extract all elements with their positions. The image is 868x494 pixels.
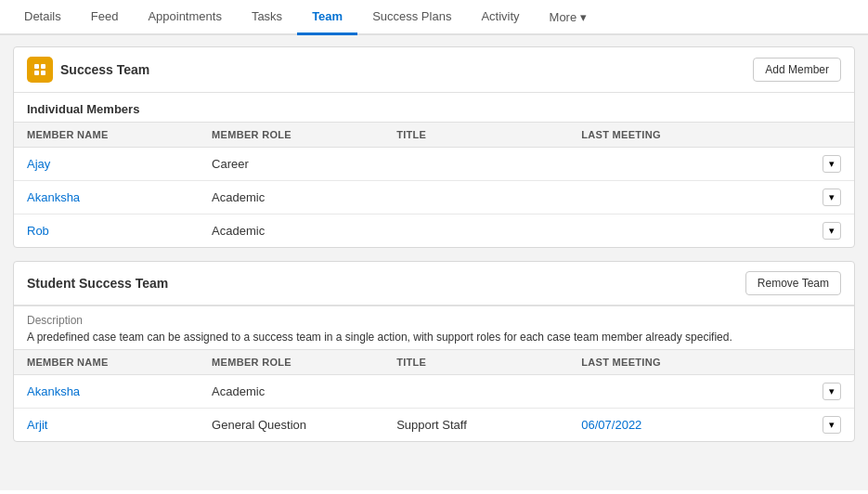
svg-rect-1 bbox=[41, 64, 45, 69]
team-member-title-cell: Support Staff bbox=[383, 409, 568, 442]
card-title-individual: Success Team bbox=[27, 57, 149, 83]
svg-rect-2 bbox=[34, 71, 39, 75]
tab-activity[interactable]: Activity bbox=[466, 0, 534, 35]
team-member-dropdown-btn-1[interactable]: ▾ bbox=[823, 416, 841, 434]
table-row: Akanksha Academic ▾ bbox=[14, 181, 854, 214]
team-member-action-cell: ▾ bbox=[770, 409, 854, 442]
add-member-button[interactable]: Add Member bbox=[753, 58, 841, 82]
member-role-cell: Academic bbox=[199, 214, 383, 248]
team-col-header-member-role: MEMBER ROLE bbox=[199, 350, 383, 375]
team-member-name-link-0[interactable]: Akanksha bbox=[27, 384, 80, 398]
col-header-last-meeting: LAST MEETING bbox=[568, 123, 770, 148]
member-name-link-0[interactable]: Ajay bbox=[27, 157, 50, 171]
chevron-down-icon: ▾ bbox=[580, 10, 587, 24]
col-header-title: TITLE bbox=[383, 123, 568, 148]
member-meeting-cell bbox=[568, 181, 770, 214]
individual-members-table: MEMBER NAME MEMBER ROLE TITLE LAST MEETI… bbox=[14, 122, 854, 247]
team-member-role-cell: Academic bbox=[199, 375, 383, 409]
member-title-cell bbox=[383, 181, 568, 214]
member-role-cell: Academic bbox=[199, 181, 383, 214]
table-row: Arjit General Question Support Staff 06/… bbox=[14, 409, 854, 442]
member-title-cell bbox=[383, 214, 568, 248]
member-action-cell: ▾ bbox=[770, 148, 854, 181]
tab-team[interactable]: Team bbox=[297, 0, 357, 35]
table-header-row: MEMBER NAME MEMBER ROLE TITLE LAST MEETI… bbox=[14, 123, 854, 148]
team-col-header-title: TITLE bbox=[383, 350, 568, 375]
tab-appointments[interactable]: Appointments bbox=[133, 0, 237, 35]
member-name-link-1[interactable]: Akanksha bbox=[27, 190, 80, 204]
member-dropdown-btn-0[interactable]: ▾ bbox=[823, 155, 841, 173]
team-table-header-row: MEMBER NAME MEMBER ROLE TITLE LAST MEETI… bbox=[14, 350, 854, 375]
team-member-meeting-cell bbox=[568, 375, 770, 409]
team-member-role-cell: General Question bbox=[199, 409, 383, 442]
col-header-action bbox=[770, 123, 854, 148]
member-dropdown-btn-1[interactable]: ▾ bbox=[823, 188, 841, 206]
main-content: Success Team Add Member Individual Membe… bbox=[0, 35, 868, 490]
table-row: Ajay Career ▾ bbox=[14, 148, 854, 181]
member-name-link-2[interactable]: Rob bbox=[27, 224, 49, 238]
description-label: Description bbox=[27, 314, 841, 327]
team-col-header-action bbox=[770, 350, 854, 375]
card-header-team: Student Success Team Remove Team bbox=[14, 262, 854, 306]
tab-success-plans[interactable]: Success Plans bbox=[357, 0, 466, 35]
team-col-header-last-meeting: LAST MEETING bbox=[568, 350, 770, 375]
tab-bar: Details Feed Appointments Tasks Team Suc… bbox=[0, 0, 868, 35]
col-header-member-name: MEMBER NAME bbox=[14, 123, 199, 148]
description-text: A predefined case team can be assigned t… bbox=[27, 329, 841, 345]
member-name-cell: Ajay bbox=[14, 148, 199, 181]
team-icon bbox=[27, 57, 53, 83]
card-title-team: Student Success Team bbox=[27, 276, 168, 291]
member-title-cell bbox=[383, 148, 568, 181]
individual-members-card: Success Team Add Member Individual Membe… bbox=[13, 46, 855, 248]
table-row: Rob Academic ▾ bbox=[14, 214, 854, 248]
member-name-cell: Rob bbox=[14, 214, 199, 248]
student-success-team-card: Student Success Team Remove Team Descrip… bbox=[13, 261, 855, 442]
col-header-member-role: MEMBER ROLE bbox=[199, 123, 383, 148]
tab-more[interactable]: More ▾ bbox=[535, 1, 602, 33]
svg-rect-0 bbox=[34, 64, 39, 69]
remove-team-button[interactable]: Remove Team bbox=[745, 271, 841, 295]
team-member-name-cell: Akanksha bbox=[14, 375, 199, 409]
tab-more-label: More bbox=[550, 10, 577, 24]
member-action-cell: ▾ bbox=[770, 214, 854, 248]
svg-rect-3 bbox=[41, 71, 45, 75]
team-member-name-cell: Arjit bbox=[14, 409, 199, 442]
team-members-table: MEMBER NAME MEMBER ROLE TITLE LAST MEETI… bbox=[14, 349, 854, 441]
tab-tasks[interactable]: Tasks bbox=[237, 0, 297, 35]
team-member-meeting-cell: 06/07/2022 bbox=[568, 409, 770, 442]
tab-feed[interactable]: Feed bbox=[76, 0, 134, 35]
individual-card-title: Success Team bbox=[60, 62, 149, 77]
member-meeting-cell bbox=[568, 214, 770, 248]
team-member-name-link-1[interactable]: Arjit bbox=[27, 418, 47, 432]
individual-members-label: Individual Members bbox=[14, 93, 854, 122]
card-header-individual: Success Team Add Member bbox=[14, 47, 854, 93]
team-member-action-cell: ▾ bbox=[770, 375, 854, 409]
member-role-cell: Career bbox=[199, 148, 383, 181]
team-card-title: Student Success Team bbox=[27, 276, 168, 291]
team-member-dropdown-btn-0[interactable]: ▾ bbox=[823, 383, 841, 400]
member-action-cell: ▾ bbox=[770, 181, 854, 214]
meeting-date-1: 06/07/2022 bbox=[581, 418, 641, 432]
member-name-cell: Akanksha bbox=[14, 181, 199, 214]
team-col-header-member-name: MEMBER NAME bbox=[14, 350, 199, 375]
team-member-title-cell bbox=[383, 375, 568, 409]
table-row: Akanksha Academic ▾ bbox=[14, 375, 854, 409]
tab-details[interactable]: Details bbox=[9, 0, 76, 35]
member-dropdown-btn-2[interactable]: ▾ bbox=[823, 222, 841, 240]
member-meeting-cell bbox=[568, 148, 770, 181]
description-block: Description A predefined case team can b… bbox=[14, 306, 854, 349]
